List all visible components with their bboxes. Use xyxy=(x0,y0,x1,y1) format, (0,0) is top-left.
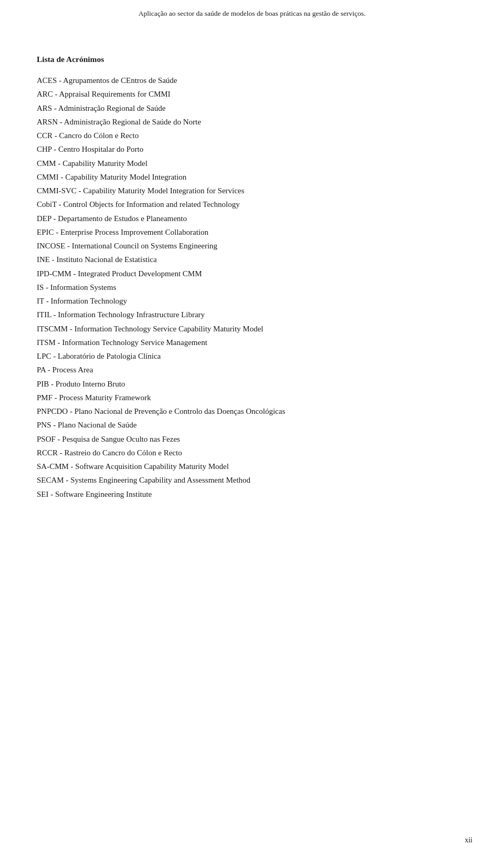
list-item: PNPCDO - Plano Nacional de Prevenção e C… xyxy=(37,404,467,418)
acronym-list: ACES - Agrupamentos de CEntros de SaúdeA… xyxy=(37,74,467,501)
list-item: RCCR - Rastreio do Cancro do Cólon e Rec… xyxy=(37,446,467,460)
list-item: PA - Process Area xyxy=(37,363,467,377)
list-item: IS - Information Systems xyxy=(37,280,467,294)
list-item: ITSCMM - Information Technology Service … xyxy=(37,322,467,336)
list-item: INCOSE - International Council on System… xyxy=(37,239,467,253)
list-item: IPD-CMM - Integrated Product Development… xyxy=(37,267,467,280)
list-item: DEP - Departamento de Estudos e Planeame… xyxy=(37,212,467,225)
list-item: SEI - Software Engineering Institute xyxy=(37,487,467,501)
page-header: Aplicação ao sector da saúde de modelos … xyxy=(0,0,504,18)
header-text: Aplicação ao sector da saúde de modelos … xyxy=(139,9,366,17)
list-item: CHP - Centro Hospitalar do Porto xyxy=(37,142,467,156)
list-item: SECAM - Systems Engineering Capability a… xyxy=(37,473,467,487)
page-footer: xii xyxy=(465,836,472,844)
list-item: ARSN - Administração Regional de Saúde d… xyxy=(37,115,467,129)
list-item: IT - Information Technology xyxy=(37,294,467,308)
list-item: ACES - Agrupamentos de CEntros de Saúde xyxy=(37,74,467,87)
list-item: ARC - Appraisal Requirements for CMMI xyxy=(37,87,467,101)
list-item: PSOF - Pesquisa de Sangue Oculto nas Fez… xyxy=(37,432,467,446)
page-content: Lista de Acrónimos ACES - Agrupamentos d… xyxy=(0,18,504,533)
list-item: CMMI - Capability Maturity Model Integra… xyxy=(37,170,467,184)
list-item: CCR - Cancro do Cólon e Recto xyxy=(37,129,467,142)
list-item: CobiT - Control Objects for Information … xyxy=(37,197,467,211)
list-item: INE - Instituto Nacional de Estatística xyxy=(37,253,467,266)
section-title: Lista de Acrónimos xyxy=(37,55,467,64)
list-item: ITSM - Information Technology Service Ma… xyxy=(37,336,467,349)
list-item: ARS - Administração Regional de Saúde xyxy=(37,101,467,115)
list-item: PMF - Process Maturity Framework xyxy=(37,391,467,404)
page-number: xii xyxy=(465,836,472,844)
list-item: CMMI-SVC - Capability Maturity Model Int… xyxy=(37,184,467,197)
list-item: PNS - Plano Nacional de Saúde xyxy=(37,418,467,432)
list-item: LPC - Laboratório de Patologia Clínica xyxy=(37,349,467,363)
list-item: ITIL - Information Technology Infrastruc… xyxy=(37,308,467,321)
list-item: EPIC - Enterprise Process Improvement Co… xyxy=(37,225,467,239)
list-item: SA-CMM - Software Acquisition Capability… xyxy=(37,460,467,473)
list-item: PIB - Produto Interno Bruto xyxy=(37,377,467,391)
list-item: CMM - Capability Maturity Model xyxy=(37,157,467,170)
